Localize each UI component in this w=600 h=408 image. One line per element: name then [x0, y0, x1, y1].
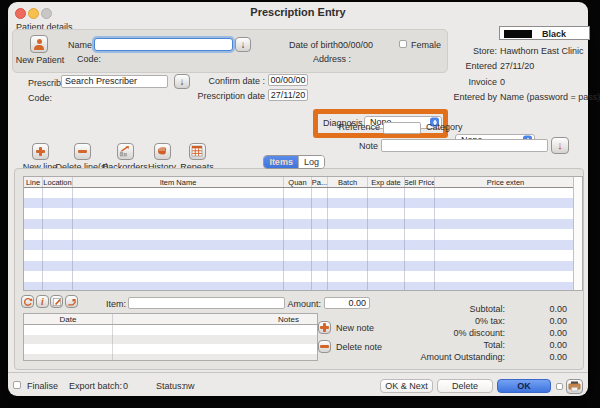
- table-row[interactable]: [24, 282, 574, 291]
- table-cell: [73, 261, 284, 272]
- col-header-batch[interactable]: Batch: [328, 177, 368, 187]
- prescriber-input[interactable]: Search Prescriber: [61, 75, 168, 88]
- note-row[interactable]: [24, 354, 317, 362]
- info-button[interactable]: i: [36, 295, 49, 308]
- table-cell: [405, 198, 435, 209]
- delete-note-button[interactable]: [318, 340, 331, 353]
- table-cell: [24, 282, 43, 291]
- table-row[interactable]: [24, 187, 574, 198]
- note-row[interactable]: [24, 335, 317, 345]
- minus-icon: [78, 147, 87, 156]
- note-cell: [113, 335, 317, 345]
- note-row[interactable]: [24, 325, 317, 335]
- address-label: Address :: [313, 54, 351, 64]
- col-header-quan[interactable]: Quan: [284, 177, 312, 187]
- delete-button[interactable]: Delete: [437, 379, 493, 393]
- finalise-label: Finalise: [27, 381, 58, 391]
- print-button[interactable]: [566, 379, 583, 394]
- refresh-lines-button[interactable]: [21, 295, 34, 308]
- col-header-sell-price[interactable]: Sell Price: [405, 177, 435, 187]
- table-row[interactable]: [24, 229, 574, 240]
- table-cell: [405, 229, 435, 240]
- finalise-checkbox[interactable]: [13, 381, 21, 389]
- table-cell: [24, 261, 43, 272]
- subtotal-value: 0.00: [507, 304, 567, 314]
- table-row[interactable]: [24, 250, 574, 261]
- table-cell: [43, 261, 73, 272]
- table-cell: [368, 187, 405, 198]
- items-table-scrollbar[interactable]: [573, 177, 582, 290]
- table-row[interactable]: [24, 261, 574, 272]
- table-cell: [328, 187, 368, 198]
- note-download-button[interactable]: ↓: [551, 137, 569, 154]
- status-value: nw: [183, 381, 195, 391]
- table-row[interactable]: [24, 208, 574, 219]
- col-header-line[interactable]: Line: [24, 177, 43, 187]
- table-row[interactable]: [24, 240, 574, 251]
- items-table-body: [24, 187, 574, 290]
- color-select-value: Black: [542, 29, 566, 39]
- table-cell: [368, 208, 405, 219]
- minus-icon: [320, 342, 329, 351]
- store-label: Store:: [380, 46, 497, 56]
- repeats-button[interactable]: [189, 143, 206, 160]
- new-patient-button[interactable]: [30, 35, 48, 53]
- amount-outstanding-value: 0.00: [507, 352, 567, 362]
- tab-log[interactable]: Log: [298, 156, 324, 168]
- table-cell: [312, 282, 328, 291]
- confirm-date-input[interactable]: 00/00/00: [268, 74, 308, 86]
- item-input[interactable]: [128, 297, 285, 309]
- table-cell: [435, 187, 574, 198]
- print-checkbox[interactable]: [556, 383, 563, 390]
- table-cell: [405, 240, 435, 251]
- prescription-date-input[interactable]: 27/11/20: [268, 89, 308, 101]
- note-cell: [24, 344, 113, 354]
- amount-input[interactable]: 0.00: [324, 297, 370, 309]
- delete-lines-button[interactable]: [74, 143, 91, 160]
- tab-items[interactable]: Items: [264, 156, 298, 168]
- patient-name-lookup-button[interactable]: ↓: [235, 37, 251, 52]
- ok-button[interactable]: OK: [497, 379, 551, 393]
- note-input[interactable]: [381, 139, 548, 152]
- patient-name-input[interactable]: [94, 38, 233, 51]
- history-button[interactable]: [154, 143, 171, 160]
- table-cell: [284, 250, 312, 261]
- category-label: Category: [426, 122, 463, 132]
- note-cell: [24, 325, 113, 335]
- table-cell: [24, 229, 43, 240]
- dispense-button[interactable]: [65, 295, 78, 308]
- store-value: Hawthorn East Clinic: [500, 46, 584, 56]
- note-row[interactable]: [24, 344, 317, 354]
- table-row[interactable]: [24, 198, 574, 209]
- notes-col-date[interactable]: Date: [24, 314, 113, 324]
- table-row[interactable]: [24, 219, 574, 230]
- color-select[interactable]: Black: [499, 26, 590, 40]
- col-header-location[interactable]: Location: [43, 177, 73, 187]
- col-header-price-exten[interactable]: Price exten: [435, 177, 576, 187]
- table-cell: [73, 250, 284, 261]
- reference-input[interactable]: [383, 122, 421, 134]
- col-header-item-name[interactable]: Item Name: [73, 177, 284, 187]
- table-row[interactable]: [24, 271, 574, 282]
- table-cell: [405, 271, 435, 282]
- table-cell: [368, 282, 405, 291]
- table-cell: [284, 261, 312, 272]
- table-cell: [312, 250, 328, 261]
- invoice-label: Invoice: [380, 77, 497, 87]
- table-cell: [43, 240, 73, 251]
- col-header-pack[interactable]: Pa...: [312, 177, 328, 187]
- refresh-icon: [23, 293, 33, 311]
- table-cell: [24, 208, 43, 219]
- backorders-button[interactable]: [117, 143, 134, 160]
- amount-label: Amount:: [278, 299, 321, 309]
- ok-next-button[interactable]: OK & Next: [380, 379, 433, 393]
- table-cell: [73, 229, 284, 240]
- new-note-button[interactable]: [318, 321, 331, 334]
- col-header-exp-date[interactable]: Exp date: [368, 177, 405, 187]
- table-cell: [328, 198, 368, 209]
- table-cell: [73, 240, 284, 251]
- edit-button[interactable]: [50, 295, 63, 308]
- notes-col-notes[interactable]: Notes: [113, 314, 317, 324]
- new-line-button[interactable]: [32, 143, 49, 160]
- table-cell: [284, 229, 312, 240]
